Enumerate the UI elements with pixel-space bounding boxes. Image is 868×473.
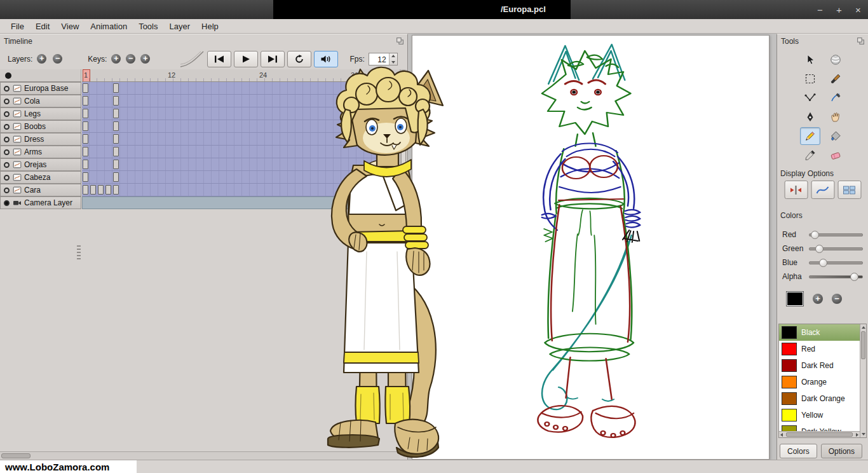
keyframe[interactable] <box>113 121 119 131</box>
add-key-button[interactable]: + <box>111 54 121 64</box>
mirror-horizontal-button[interactable] <box>784 181 808 199</box>
alpha-slider[interactable] <box>809 275 863 278</box>
dock-float-button[interactable] <box>396 37 404 45</box>
layer-visibility-toggle[interactable] <box>4 86 10 92</box>
keyframe[interactable] <box>83 147 88 156</box>
layer-row-arms[interactable]: Arms <box>0 146 81 158</box>
scrollbar-thumb[interactable] <box>861 331 865 359</box>
keyframe[interactable] <box>83 185 88 195</box>
tab-options[interactable]: Options <box>821 444 862 458</box>
onion-skin-button[interactable] <box>811 181 834 199</box>
draw-tool-button[interactable] <box>825 89 846 107</box>
select-tool-button[interactable] <box>800 70 820 88</box>
red-slider-thumb[interactable] <box>811 231 819 239</box>
layer-visibility-toggle[interactable] <box>4 149 10 155</box>
scrollbar-thumb[interactable] <box>1 453 31 458</box>
layer-row-cola[interactable]: Cola <box>0 95 81 107</box>
layer-visibility-toggle[interactable] <box>4 200 10 206</box>
scroll-left-arrow[interactable] <box>779 432 785 438</box>
current-color-swatch[interactable] <box>786 291 804 306</box>
layer-visibility-toggle[interactable] <box>4 137 10 142</box>
brush-tool-button[interactable] <box>825 70 846 88</box>
palette-item-dark-red[interactable]: Dark Red <box>779 357 860 374</box>
layer-visibility-toggle[interactable] <box>4 188 10 193</box>
play-button[interactable] <box>234 51 258 67</box>
skip-back-button[interactable] <box>207 51 231 67</box>
layer-visibility-toggle[interactable] <box>4 175 10 181</box>
hand-tool-button[interactable] <box>825 108 846 126</box>
menu-view[interactable]: View <box>55 20 85 32</box>
layer-row-orejas[interactable]: Orejas <box>0 158 81 171</box>
palette-item-black[interactable]: Black <box>779 324 860 341</box>
pencil-tool-button[interactable] <box>800 127 820 145</box>
menu-help[interactable]: Help <box>196 20 224 32</box>
keyframe[interactable] <box>98 185 104 195</box>
titlebar[interactable]: /Europa.pcl −+× <box>0 0 868 19</box>
layer-visibility-toggle[interactable] <box>4 99 10 104</box>
layer-visibility-toggle[interactable] <box>4 111 10 117</box>
fps-increment-button[interactable] <box>390 53 397 59</box>
eyedropper-tool-button[interactable] <box>800 146 820 164</box>
layer-row-cabeza[interactable]: Cabeza <box>0 171 81 184</box>
scroll-up-arrow[interactable] <box>860 324 867 331</box>
keyframe[interactable] <box>113 96 119 106</box>
keyframe[interactable] <box>83 83 88 93</box>
multilayer-onion-button[interactable] <box>837 181 861 199</box>
layer-visibility-toggle[interactable] <box>4 162 10 168</box>
keyframe[interactable] <box>113 160 119 169</box>
palette-item-red[interactable]: Red <box>779 341 860 357</box>
move-tool-button[interactable] <box>800 51 820 69</box>
green-slider-thumb[interactable] <box>815 245 824 253</box>
menu-layer[interactable]: Layer <box>163 20 196 32</box>
loop-button[interactable] <box>287 51 311 67</box>
palette-horizontal-scrollbar[interactable] <box>779 431 860 437</box>
layer-visibility-toggle[interactable] <box>4 124 10 130</box>
scroll-down-arrow[interactable] <box>860 431 867 437</box>
keyframe[interactable] <box>83 160 88 169</box>
keyframe[interactable] <box>105 185 111 195</box>
sound-button[interactable] <box>314 51 338 67</box>
add-color-button[interactable]: + <box>813 294 823 304</box>
blue-slider[interactable] <box>809 261 863 264</box>
scrollbar-thumb[interactable] <box>786 432 853 437</box>
layer-row-camera-layer[interactable]: Camera Layer <box>0 196 81 209</box>
smudge-tool-button[interactable] <box>825 51 846 69</box>
fps-decrement-button[interactable] <box>390 59 397 65</box>
canvas[interactable] <box>412 35 770 460</box>
menu-file[interactable]: File <box>5 20 30 32</box>
duplicate-key-button[interactable]: + <box>140 54 150 64</box>
splitter-grip[interactable] <box>77 245 81 259</box>
palette-item-orange[interactable]: Orange <box>779 374 860 390</box>
fps-spinner[interactable]: 12 <box>369 53 398 65</box>
alpha-slider-thumb[interactable] <box>850 273 858 281</box>
menu-animation[interactable]: Animation <box>85 20 133 32</box>
eraser-tool-button[interactable] <box>825 146 846 164</box>
remove-key-button[interactable]: − <box>126 54 135 64</box>
keyframe[interactable] <box>113 83 119 93</box>
palette-item-dark-orange[interactable]: Dark Orange <box>779 390 860 407</box>
keyframe[interactable] <box>83 109 88 118</box>
palette-vertical-scrollbar[interactable] <box>860 324 866 437</box>
bucket-tool-button[interactable] <box>825 127 846 145</box>
keyframe[interactable] <box>83 172 88 182</box>
polyline-tool-button[interactable] <box>800 89 820 107</box>
keyframe[interactable] <box>113 185 119 195</box>
layer-row-dress[interactable]: Dress <box>0 133 81 146</box>
layer-row-europa-base[interactable]: Europa Base <box>0 82 81 95</box>
keyframe[interactable] <box>83 121 88 131</box>
pen-tool-button[interactable] <box>800 108 820 126</box>
keyframe[interactable] <box>113 172 119 182</box>
all-layers-dot[interactable] <box>5 72 11 79</box>
keyframe[interactable] <box>90 185 96 195</box>
layer-row-cara[interactable]: Cara <box>0 184 81 196</box>
minimize-button[interactable]: − <box>815 4 825 15</box>
keyframe[interactable] <box>113 134 119 144</box>
add-layer-button[interactable]: + <box>37 54 46 64</box>
dock-float-button[interactable] <box>857 37 865 45</box>
blue-slider-thumb[interactable] <box>819 259 827 267</box>
green-slider[interactable] <box>809 247 863 250</box>
keyframe[interactable] <box>83 96 88 106</box>
skip-forward-button[interactable] <box>261 51 285 67</box>
remove-layer-button[interactable]: − <box>53 54 62 64</box>
layer-row-legs[interactable]: Legs <box>0 107 81 120</box>
